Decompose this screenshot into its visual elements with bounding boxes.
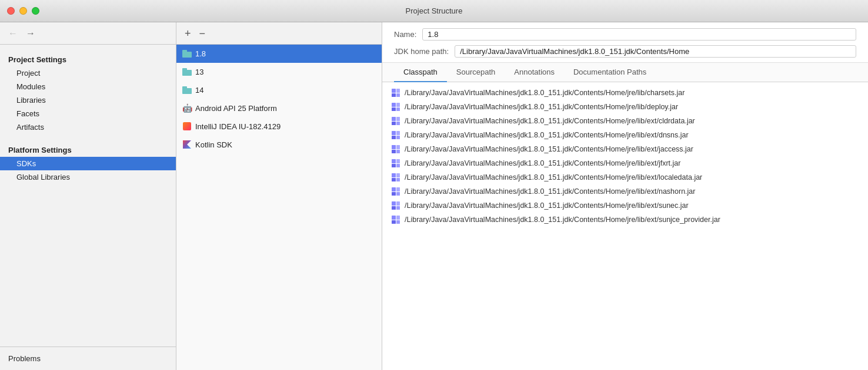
forward-arrow[interactable]: → xyxy=(24,28,38,39)
name-label: Name: xyxy=(394,30,416,39)
classpath-item[interactable]: /Library/Java/JavaVirtualMachines/jdk1.8… xyxy=(382,142,868,156)
classpath-item[interactable]: /Library/Java/JavaVirtualMachines/jdk1.8… xyxy=(382,86,868,100)
classpath-path: /Library/Java/JavaVirtualMachines/jdk1.8… xyxy=(405,145,693,153)
folder-teal-icon xyxy=(182,85,192,95)
classpath-path: /Library/Java/JavaVirtualMachines/jdk1.8… xyxy=(405,117,695,125)
android-icon: 🤖 xyxy=(182,103,192,113)
folder-teal-icon xyxy=(182,49,192,58)
right-header: Name: JDK home path: xyxy=(382,22,868,63)
sidebar-item-global-libraries[interactable]: Global Libraries xyxy=(0,170,176,184)
classpath-item[interactable]: /Library/Java/JavaVirtualMachines/jdk1.8… xyxy=(382,114,868,128)
sidebar-item-problems[interactable]: Problems xyxy=(0,347,176,370)
classpath-path: /Library/Java/JavaVirtualMachines/jdk1.8… xyxy=(405,216,720,224)
jar-icon xyxy=(392,159,400,167)
sdk-item-label: IntelliJ IDEA IU-182.4129 xyxy=(195,122,281,131)
platform-settings-header: Platform Settings xyxy=(0,142,176,157)
classpath-item[interactable]: /Library/Java/JavaVirtualMachines/jdk1.8… xyxy=(382,100,868,114)
classpath-path: /Library/Java/JavaVirtualMachines/jdk1.8… xyxy=(405,201,689,210)
tab-classpath[interactable]: Classpath xyxy=(394,63,447,82)
add-sdk-button[interactable]: + xyxy=(182,28,193,39)
title-bar: Project Structure xyxy=(0,0,868,22)
sidebar-navigation: ← → xyxy=(0,22,176,45)
sidebar-item-modules[interactable]: Modules xyxy=(0,80,176,93)
sidebar-item-project[interactable]: Project xyxy=(0,66,176,80)
jar-icon xyxy=(392,201,400,210)
sdk-item-intellij[interactable]: IntelliJ IDEA IU-182.4129 xyxy=(176,117,382,136)
remove-sdk-button[interactable]: − xyxy=(197,28,208,39)
sidebar-item-facets[interactable]: Facets xyxy=(0,107,176,120)
close-button[interactable] xyxy=(7,7,15,15)
maximize-button[interactable] xyxy=(32,7,39,15)
classpath-path: /Library/Java/JavaVirtualMachines/jdk1.8… xyxy=(405,159,680,167)
name-row: Name: xyxy=(394,28,856,41)
jar-icon xyxy=(392,103,400,111)
sdk-item-kotlin[interactable]: Kotlin SDK xyxy=(176,136,382,154)
sdk-item-label: Kotlin SDK xyxy=(195,140,232,149)
classpath-item[interactable]: /Library/Java/JavaVirtualMachines/jdk1.8… xyxy=(382,156,868,170)
tab-sourcepath[interactable]: Sourcepath xyxy=(447,63,505,82)
classpath-path: /Library/Java/JavaVirtualMachines/jdk1.8… xyxy=(405,173,702,181)
jdk-home-label: JDK home path: xyxy=(394,47,449,56)
classpath-item[interactable]: /Library/Java/JavaVirtualMachines/jdk1.8… xyxy=(382,199,868,213)
sdk-item-13[interactable]: 13 xyxy=(176,63,382,81)
sdk-list: 1.8 13 14 🤖 Android API 25 Platform xyxy=(176,45,382,370)
jar-icon xyxy=(392,216,400,224)
middle-panel: + − 1.8 13 14 xyxy=(176,22,382,370)
tab-documentation-paths[interactable]: Documentation Paths xyxy=(564,63,656,82)
folder-teal-icon xyxy=(182,67,192,76)
sdk-item-android[interactable]: 🤖 Android API 25 Platform xyxy=(176,99,382,117)
tab-annotations[interactable]: Annotations xyxy=(505,63,564,82)
sdk-item-label: Android API 25 Platform xyxy=(195,104,277,113)
sdk-item-label: 14 xyxy=(195,86,203,95)
jar-icon xyxy=(392,117,400,125)
window-controls xyxy=(7,7,39,15)
jar-icon xyxy=(392,131,400,139)
sdk-item-1-8[interactable]: 1.8 xyxy=(176,45,382,63)
project-settings-header: Project Settings xyxy=(0,52,176,66)
kotlin-icon xyxy=(182,140,192,149)
name-input[interactable] xyxy=(422,28,856,41)
sdk-item-label: 13 xyxy=(195,68,203,76)
jar-icon xyxy=(392,89,400,97)
right-panel: Name: JDK home path: Classpath Sourcepat… xyxy=(382,22,868,370)
classpath-path: /Library/Java/JavaVirtualMachines/jdk1.8… xyxy=(405,89,685,97)
classpath-content: /Library/Java/JavaVirtualMachines/jdk1.8… xyxy=(382,82,868,370)
classpath-path: /Library/Java/JavaVirtualMachines/jdk1.8… xyxy=(405,187,695,196)
sidebar-content: Project Settings Project Modules Librari… xyxy=(0,45,176,347)
main-layout: ← → Project Settings Project Modules Lib… xyxy=(0,22,868,370)
classpath-item[interactable]: /Library/Java/JavaVirtualMachines/jdk1.8… xyxy=(382,128,868,142)
jar-icon xyxy=(392,173,400,181)
sdk-item-label: 1.8 xyxy=(195,49,206,58)
classpath-item[interactable]: /Library/Java/JavaVirtualMachines/jdk1.8… xyxy=(382,184,868,199)
jar-icon xyxy=(392,187,400,196)
classpath-path: /Library/Java/JavaVirtualMachines/jdk1.8… xyxy=(405,131,689,139)
sdk-item-14[interactable]: 14 xyxy=(176,81,382,99)
intellij-icon xyxy=(182,122,192,131)
minimize-button[interactable] xyxy=(19,7,27,15)
back-arrow[interactable]: ← xyxy=(6,28,20,39)
jdk-path-input[interactable] xyxy=(455,45,856,58)
sidebar-item-libraries[interactable]: Libraries xyxy=(0,93,176,107)
jdk-row: JDK home path: xyxy=(394,45,856,58)
sidebar: ← → Project Settings Project Modules Lib… xyxy=(0,22,176,370)
window-title: Project Structure xyxy=(406,6,463,15)
sidebar-item-sdks[interactable]: SDKs xyxy=(0,157,176,170)
sidebar-item-artifacts[interactable]: Artifacts xyxy=(0,120,176,134)
tabs-row: Classpath Sourcepath Annotations Documen… xyxy=(382,63,868,82)
classpath-item[interactable]: /Library/Java/JavaVirtualMachines/jdk1.8… xyxy=(382,213,868,227)
classpath-item[interactable]: /Library/Java/JavaVirtualMachines/jdk1.8… xyxy=(382,170,868,184)
middle-toolbar: + − xyxy=(176,22,382,45)
jar-icon xyxy=(392,145,400,153)
classpath-path: /Library/Java/JavaVirtualMachines/jdk1.8… xyxy=(405,103,678,111)
